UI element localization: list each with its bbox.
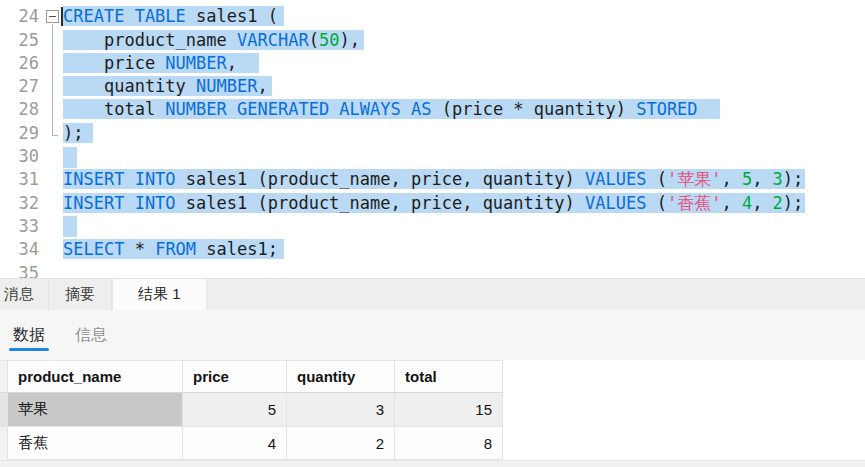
code-text[interactable]: price NUMBER, [63, 52, 865, 75]
code-line[interactable]: 27 quantity NUMBER, [0, 75, 865, 98]
fold-collapse-icon[interactable] [46, 10, 59, 23]
fold-stem [52, 52, 53, 75]
code-lines: 2324CREATE TABLE sales1 (25 product_name… [0, 0, 865, 278]
code-line[interactable]: 33 [0, 215, 865, 238]
bottom-scroll-strip[interactable] [0, 460, 865, 467]
token: VARCHAR [237, 30, 309, 50]
line-number: 29 [0, 122, 44, 145]
code-line[interactable]: 31INSERT INTO sales1 (product_name, pric… [0, 168, 865, 191]
selected-text [63, 216, 77, 237]
token: quantity [63, 76, 196, 96]
table-row: 香蕉428 [0, 427, 865, 461]
token: '苹果' [667, 169, 721, 189]
fold-gutter [44, 122, 63, 145]
grid-corner-cell[interactable] [0, 360, 8, 393]
code-line[interactable]: 26 price NUMBER, [0, 52, 865, 75]
fold-stem-end [52, 122, 58, 136]
token: sales1 (product_name, price, quantity) [176, 169, 585, 189]
text-caret [61, 7, 63, 26]
code-text[interactable]: INSERT INTO sales1 (product_name, price,… [63, 192, 865, 215]
tab-消息[interactable]: 消息 [0, 279, 49, 310]
token: 50 [319, 30, 339, 50]
token: * [124, 239, 155, 259]
token: STORED [636, 99, 697, 119]
cell-price[interactable]: 5 [183, 393, 287, 427]
cell-price[interactable]: 4 [183, 427, 287, 460]
fold-gutter [44, 29, 63, 52]
code-text[interactable]: ); [63, 122, 865, 145]
token: 3 [773, 169, 783, 189]
cell-quantity[interactable]: 3 [287, 393, 395, 427]
cell-total[interactable]: 15 [395, 393, 503, 427]
selected-text: price NUMBER, [63, 53, 259, 73]
token: (price * quantity) [431, 99, 636, 119]
token: SELECT [63, 239, 124, 259]
token: , [227, 53, 237, 73]
column-header-total[interactable]: total [395, 360, 503, 393]
token: NUMBER [165, 53, 226, 73]
line-number: 35 [0, 262, 44, 278]
code-text[interactable]: total NUMBER GENERATED ALWAYS AS (price … [63, 98, 865, 121]
code-line[interactable]: 29); [0, 122, 865, 145]
token: NUMBER GENERATED ALWAYS AS [165, 99, 431, 119]
sql-tool-window: 2324CREATE TABLE sales1 (25 product_name… [0, 0, 865, 467]
code-line[interactable]: 35 [0, 262, 865, 278]
token: ( [646, 169, 666, 189]
fold-stem [52, 29, 53, 52]
token: CREATE TABLE [63, 6, 186, 26]
cell-product_name[interactable]: 香蕉 [8, 427, 183, 460]
code-line[interactable]: 25 product_name VARCHAR(50), [0, 29, 865, 52]
token: total [63, 99, 165, 119]
code-text[interactable] [63, 262, 865, 278]
subtab-数据[interactable]: 数据 [13, 310, 45, 360]
code-text[interactable]: product_name VARCHAR(50), [63, 29, 865, 52]
code-text[interactable]: SELECT * FROM sales1; [63, 238, 865, 261]
token: FROM [155, 239, 196, 259]
token: , [752, 169, 772, 189]
line-number: 31 [0, 168, 44, 191]
cell-quantity[interactable]: 2 [287, 427, 395, 460]
column-header-quantity[interactable]: quantity [287, 360, 395, 393]
code-text[interactable]: CREATE TABLE sales1 ( [63, 5, 865, 28]
token: sales1; [196, 239, 278, 259]
column-header-price[interactable]: price [183, 360, 287, 393]
token: ); [63, 123, 83, 143]
code-text[interactable]: INSERT INTO sales1 (product_name, price,… [63, 168, 865, 191]
code-text[interactable] [63, 215, 865, 238]
fold-gutter [44, 145, 63, 168]
row-selector[interactable] [0, 427, 8, 461]
code-line[interactable]: 30 [0, 145, 865, 168]
code-text[interactable]: quantity NUMBER, [63, 75, 865, 98]
fold-gutter [44, 215, 63, 238]
tab-结果 1[interactable]: 结果 1 [112, 279, 207, 310]
code-line[interactable]: 32INSERT INTO sales1 (product_name, pric… [0, 192, 865, 215]
token: NUMBER [196, 76, 257, 96]
row-selector[interactable] [0, 393, 8, 427]
selected-text: SELECT * FROM sales1; [63, 239, 284, 259]
code-line[interactable]: 28 total NUMBER GENERATED ALWAYS AS (pri… [0, 98, 865, 121]
selected-text: total NUMBER GENERATED ALWAYS AS (price … [63, 99, 720, 119]
token: 2 [773, 193, 783, 213]
code-line[interactable]: 24CREATE TABLE sales1 ( [0, 5, 865, 28]
fold-gutter [44, 52, 63, 75]
selected-text: product_name VARCHAR(50), [63, 30, 364, 50]
code-line[interactable]: 34SELECT * FROM sales1; [0, 238, 865, 261]
subtab-信息[interactable]: 信息 [75, 310, 107, 360]
line-number: 27 [0, 75, 44, 98]
fold-gutter [44, 168, 63, 191]
column-header-product_name[interactable]: product_name [8, 360, 183, 393]
selected-text: INSERT INTO sales1 (product_name, price,… [63, 169, 805, 189]
table-row: 苹果5315 [0, 393, 865, 427]
token: INSERT INTO [63, 169, 176, 189]
selected-text: ); [63, 123, 93, 143]
tab-摘要[interactable]: 摘要 [49, 279, 112, 310]
token: ); [783, 193, 803, 213]
token: INSERT INTO [63, 193, 176, 213]
token: price [63, 53, 165, 73]
token: ( [309, 30, 319, 50]
code-text[interactable] [63, 145, 865, 168]
token: sales1 ( [186, 6, 278, 26]
code-editor[interactable]: 2324CREATE TABLE sales1 (25 product_name… [0, 0, 865, 278]
cell-product_name[interactable]: 苹果 [8, 393, 183, 427]
cell-total[interactable]: 8 [395, 427, 503, 460]
